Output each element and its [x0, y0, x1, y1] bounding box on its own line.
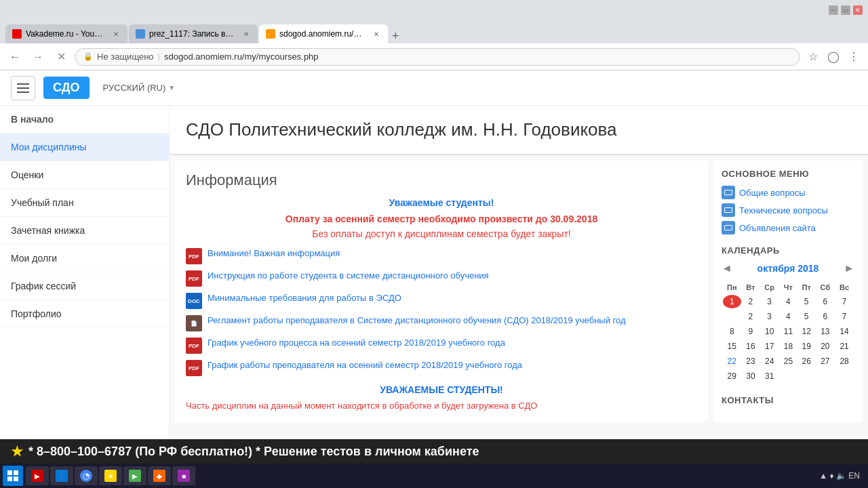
close-button[interactable]: ✕	[853, 5, 863, 15]
menu-link-announce-anchor[interactable]: Объявления сайта	[739, 223, 816, 233]
doc-link-anchor-5[interactable]: График работы преподавателя на осенний с…	[208, 359, 522, 371]
taskbar-item-4[interactable]: ★	[99, 466, 122, 485]
new-tab-button[interactable]: +	[392, 29, 399, 43]
sidebar-item-debts[interactable]: Мои долги	[0, 245, 169, 272]
doc-link-anchor-4[interactable]: График учебного процесса на осенний семе…	[208, 337, 505, 349]
sidebar-item-sessions[interactable]: График сессий	[0, 272, 169, 300]
taskbar-item-chrome[interactable]: ◔	[75, 466, 98, 485]
taskbar-item-5[interactable]: ▶	[123, 466, 146, 485]
cal-cell-4-5[interactable]: 27	[816, 354, 835, 368]
reload-button[interactable]: ✕	[52, 47, 71, 66]
logo-button[interactable]: СДО	[43, 77, 90, 99]
doc-link-anchor-3[interactable]: Регламент работы преподавателя в Системе…	[208, 314, 626, 327]
doc-link-4: PDF График учебного процесса на осенний …	[186, 337, 697, 354]
cal-cell-3-1[interactable]: 16	[743, 340, 760, 353]
doc-link-1: PDF Инструкция по работе студента в сист…	[186, 270, 697, 287]
cal-cell-5-4[interactable]	[798, 369, 815, 383]
cal-cell-0-5[interactable]: 6	[816, 295, 835, 308]
cal-cell-2-2[interactable]: 10	[760, 325, 778, 338]
cal-cell-1-4[interactable]: 5	[798, 310, 815, 323]
doc-link-anchor-2[interactable]: Минимальные требования для работы в ЭСДО	[208, 292, 401, 304]
cal-cell-3-2[interactable]: 17	[760, 340, 778, 353]
cal-cell-3-5[interactable]: 20	[816, 340, 835, 353]
cal-cell-1-5[interactable]: 6	[816, 310, 835, 323]
forward-button[interactable]: →	[28, 47, 47, 66]
sidebar-item-gradebook[interactable]: Зачетная книжка	[0, 217, 169, 245]
cal-cell-2-6[interactable]: 14	[835, 325, 853, 338]
tab-webinar[interactable]: prez_1117: Запись вебинара (3... ✕	[129, 24, 258, 43]
cal-cell-5-3[interactable]	[780, 369, 797, 383]
tab-sdo[interactable]: sdogod.anomiem.ru/my/mycou... ✕	[259, 24, 388, 43]
cal-cell-0-6[interactable]: 7	[835, 295, 853, 308]
sidebar-item-portfolio[interactable]: Портфолио	[0, 300, 169, 328]
cal-cell-2-1[interactable]: 9	[743, 325, 760, 338]
start-button[interactable]	[3, 466, 23, 486]
cal-cell-5-6[interactable]	[835, 369, 853, 383]
tab-youtube[interactable]: Vakademe.ru - YouTube ✕	[5, 24, 127, 43]
cal-cell-5-5[interactable]	[816, 369, 835, 383]
top-nav: СДО РУССКИЙ (RU) ▼	[0, 70, 868, 106]
calendar-body: 1234567234567891011121314151617181920212…	[723, 295, 853, 383]
doc-link-2: DOC Минимальные требования для работы в …	[186, 292, 697, 309]
cal-cell-5-2[interactable]: 31	[760, 369, 778, 383]
svg-rect-0	[7, 470, 12, 475]
taskbar-item-6[interactable]: ◆	[148, 466, 171, 485]
other-icon-3: 📄	[186, 315, 202, 331]
doc-link-anchor-1[interactable]: Инструкция по работе студента в системе …	[208, 270, 489, 282]
cal-cell-3-6[interactable]: 21	[835, 340, 853, 353]
cal-cell-3-0[interactable]: 15	[723, 340, 741, 353]
calendar-prev-button[interactable]: ◄	[722, 262, 732, 274]
sidebar-item-home[interactable]: В начало	[0, 106, 169, 134]
pdf-icon-1: PDF	[186, 270, 202, 287]
cal-cell-1-0[interactable]	[723, 310, 741, 323]
taskbar-item-2[interactable]: 👤	[50, 466, 73, 485]
cal-cell-1-3[interactable]: 4	[780, 310, 797, 323]
cal-cell-1-6[interactable]: 7	[835, 310, 853, 323]
tab-close-sdo[interactable]: ✕	[372, 29, 381, 39]
tab-close-webinar[interactable]: ✕	[241, 29, 251, 39]
tab-close-youtube[interactable]: ✕	[111, 29, 121, 39]
cal-cell-4-1[interactable]: 23	[743, 354, 760, 368]
maximize-button[interactable]: ▭	[841, 5, 850, 15]
minimize-button[interactable]: ─	[829, 5, 838, 15]
notice-greeting: Уважаемые студенты!	[186, 197, 697, 208]
cal-cell-3-3[interactable]: 18	[780, 340, 797, 353]
cal-cell-1-1[interactable]: 2	[743, 310, 760, 323]
cal-cell-4-3[interactable]: 25	[780, 354, 797, 368]
calendar-next-button[interactable]: ►	[844, 262, 854, 274]
menu-link-general: Общие вопросы	[722, 186, 854, 199]
cal-cell-0-3[interactable]: 4	[780, 295, 797, 308]
taskbar-item-7[interactable]: ■	[172, 466, 195, 485]
hamburger-button[interactable]	[11, 76, 35, 100]
cal-cell-0-4[interactable]: 5	[798, 295, 815, 308]
cal-cell-0-0[interactable]: 1	[723, 295, 741, 308]
sidebar-item-grades[interactable]: Оценки	[0, 161, 169, 189]
address-input[interactable]: 🔒 Не защищено | sdogod.anomiem.ru/my/myc…	[75, 48, 800, 66]
bookmark-button[interactable]: ☆	[804, 48, 822, 66]
cal-cell-3-4[interactable]: 19	[798, 340, 815, 353]
cal-cell-2-3[interactable]: 11	[780, 325, 797, 338]
cal-cell-0-2[interactable]: 3	[760, 295, 778, 308]
tab-label-webinar: prez_1117: Запись вебинара (3...	[149, 29, 237, 39]
language-selector[interactable]: РУССКИЙ (RU) ▼	[98, 80, 181, 96]
cal-cell-4-6[interactable]: 28	[835, 354, 853, 368]
cal-cell-1-2[interactable]: 3	[760, 310, 778, 323]
cal-cell-4-4[interactable]: 26	[798, 354, 815, 368]
cal-cell-4-0[interactable]: 22	[723, 354, 741, 368]
sidebar-item-disciplines[interactable]: Мои дисциплины	[0, 134, 169, 161]
cal-cell-5-0[interactable]: 29	[723, 369, 741, 383]
cal-cell-2-5[interactable]: 13	[816, 325, 835, 338]
taskbar-item-1[interactable]: ▶	[26, 466, 49, 485]
cal-cell-0-1[interactable]: 2	[743, 295, 760, 308]
menu-button[interactable]: ⋮	[845, 48, 863, 66]
back-button[interactable]: ←	[5, 47, 24, 66]
doc-link-anchor-0[interactable]: Внимание! Важная информация	[208, 247, 340, 260]
sidebar-item-plan[interactable]: Учебный план	[0, 189, 169, 217]
menu-link-tech-anchor[interactable]: Технические вопросы	[739, 205, 828, 216]
menu-link-general-anchor[interactable]: Общие вопросы	[739, 188, 806, 198]
cal-cell-4-2[interactable]: 24	[760, 354, 778, 368]
cal-cell-5-1[interactable]: 30	[743, 369, 760, 383]
cal-cell-2-0[interactable]: 8	[723, 325, 741, 338]
profile-button[interactable]: ◯	[825, 48, 842, 66]
cal-cell-2-4[interactable]: 12	[798, 325, 815, 338]
